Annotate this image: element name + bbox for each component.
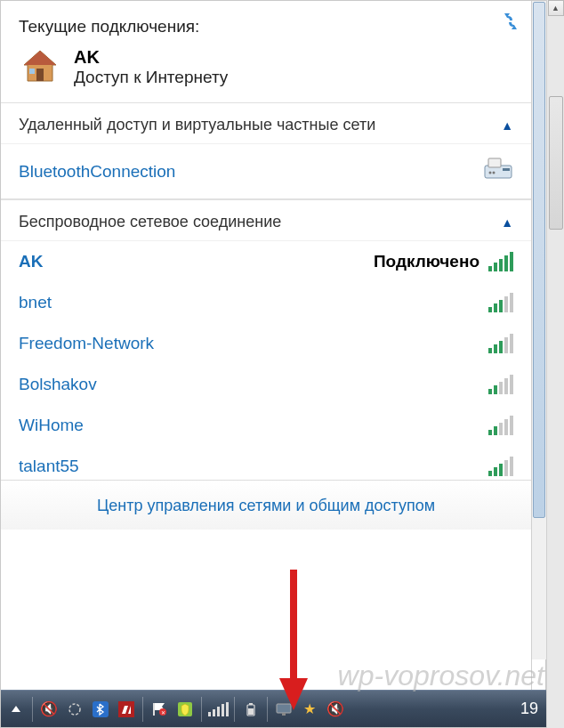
security-icon[interactable] bbox=[173, 698, 197, 721]
wifi-status: Подключено bbox=[374, 252, 479, 271]
fax-icon bbox=[483, 157, 513, 186]
wifi-name: WiHome bbox=[19, 416, 84, 435]
battery-icon[interactable] bbox=[239, 698, 262, 721]
svg-rect-21 bbox=[282, 713, 286, 716]
current-network-status: Доступ к Интернету bbox=[74, 68, 228, 87]
svg-rect-2 bbox=[36, 69, 44, 81]
svg-marker-1 bbox=[24, 51, 56, 65]
svg-point-8 bbox=[493, 172, 496, 174]
svg-rect-20 bbox=[277, 704, 291, 713]
bluetooth-icon[interactable] bbox=[89, 698, 112, 721]
wireless-section-label: Беспроводное сетевое соединение bbox=[19, 213, 281, 231]
signal-icon bbox=[488, 252, 513, 271]
tray-separator bbox=[32, 697, 33, 722]
network-center-link[interactable]: Центр управления сетями и общим доступом bbox=[1, 480, 531, 530]
connection-name: BluetoothConnection bbox=[19, 162, 175, 182]
scroll-thumb[interactable] bbox=[533, 2, 545, 518]
wifi-name: Bolshakov bbox=[19, 375, 97, 394]
svg-rect-3 bbox=[29, 69, 35, 74]
taskbar: 🔇 ✕ ★ 🔇 19 bbox=[1, 690, 547, 727]
scroll-up-button[interactable]: ▲ bbox=[548, 0, 564, 16]
wifi-name: talant55 bbox=[19, 457, 79, 476]
wifi-name: AK bbox=[19, 252, 43, 271]
show-hidden-icons[interactable] bbox=[4, 698, 28, 721]
flag-icon[interactable]: ✕ bbox=[148, 698, 171, 721]
sync-icon[interactable] bbox=[63, 698, 86, 721]
svg-point-7 bbox=[489, 172, 492, 174]
taskbar-clock[interactable]: 19 bbox=[520, 700, 544, 718]
wifi-item-bolshakov[interactable]: Bolshakov bbox=[1, 364, 531, 405]
current-network-name: AK bbox=[74, 47, 228, 68]
signal-icon bbox=[488, 457, 513, 476]
scroll-thumb[interactable] bbox=[549, 96, 563, 230]
refresh-icon[interactable] bbox=[499, 10, 524, 35]
wifi-item-talant55[interactable]: talant55 bbox=[1, 446, 531, 480]
signal-icon bbox=[488, 416, 513, 435]
wifi-name: bnet bbox=[19, 293, 52, 312]
wifi-item-freedom[interactable]: Freedom-Network bbox=[1, 323, 531, 364]
wifi-item-bnet[interactable]: bnet bbox=[1, 282, 531, 323]
dial-section-header[interactable]: Удаленный доступ и виртуальные частные с… bbox=[1, 103, 531, 144]
signal-icon bbox=[488, 375, 513, 394]
star-icon[interactable]: ★ bbox=[298, 698, 321, 721]
outer-scrollbar[interactable]: ▲ bbox=[546, 0, 564, 728]
tray-separator bbox=[201, 697, 202, 722]
network-signal-icon[interactable] bbox=[206, 698, 230, 721]
tray-separator bbox=[142, 697, 143, 722]
svg-rect-19 bbox=[248, 708, 254, 715]
current-network-info: AK Доступ к Интернету bbox=[74, 47, 228, 87]
wifi-item-wihome[interactable]: WiHome bbox=[1, 405, 531, 446]
current-connections-section: Текущие подключения: AK Доступ к Интерне… bbox=[1, 1, 531, 103]
svg-rect-18 bbox=[249, 703, 253, 705]
svg-point-10 bbox=[69, 704, 80, 715]
dial-section-label: Удаленный доступ и виртуальные частные с… bbox=[19, 116, 375, 134]
svg-rect-5 bbox=[488, 158, 501, 167]
current-network-row[interactable]: AK Доступ к Интернету bbox=[19, 45, 513, 88]
connection-item-bluetooth[interactable]: BluetoothConnection bbox=[1, 144, 531, 199]
wireless-section-header[interactable]: Беспроводное сетевое соединение ▲ bbox=[1, 199, 531, 241]
wifi-item-ak[interactable]: AK Подключено bbox=[1, 241, 531, 282]
chevron-up-icon[interactable]: ▲ bbox=[501, 215, 513, 230]
svg-marker-9 bbox=[12, 706, 20, 712]
volume-mute-icon[interactable]: 🔇 bbox=[324, 698, 347, 721]
svg-rect-6 bbox=[503, 168, 510, 171]
current-connections-title: Текущие подключения: bbox=[19, 17, 513, 36]
network-flyout: Текущие подключения: AK Доступ к Интерне… bbox=[1, 1, 532, 727]
adobe-icon[interactable] bbox=[115, 698, 138, 721]
signal-icon bbox=[488, 334, 513, 353]
monitor-icon[interactable] bbox=[272, 698, 295, 721]
inner-scrollbar[interactable] bbox=[532, 1, 546, 659]
svg-rect-13 bbox=[153, 703, 155, 716]
home-network-icon bbox=[19, 45, 61, 88]
tray-separator bbox=[234, 697, 235, 722]
svg-text:✕: ✕ bbox=[161, 710, 165, 716]
tray-separator bbox=[267, 697, 268, 722]
volume-icon[interactable]: 🔇 bbox=[37, 698, 60, 721]
wifi-name: Freedom-Network bbox=[19, 334, 154, 353]
signal-icon bbox=[488, 293, 513, 312]
chevron-up-icon[interactable]: ▲ bbox=[501, 118, 513, 133]
